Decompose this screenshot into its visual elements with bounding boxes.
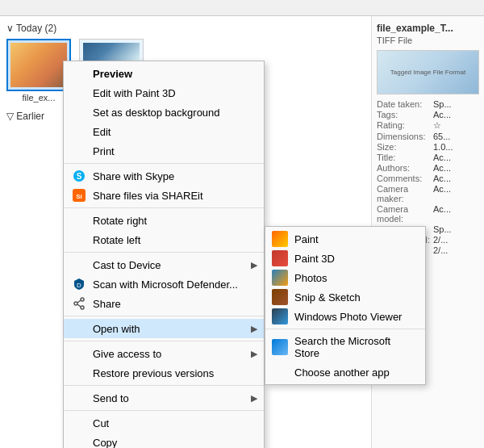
submenu-item-paint[interactable]: Paint xyxy=(265,229,425,249)
menu-item-share-skype[interactable]: SShare with Skype xyxy=(64,166,264,186)
menu-item-edit[interactable]: Edit xyxy=(64,122,264,141)
menu-item-scan[interactable]: DScan with Microsoft Defender... xyxy=(64,274,264,294)
defender-icon: D xyxy=(72,277,86,291)
paint-app-icon xyxy=(272,231,288,247)
menu-item-label: Send to xyxy=(93,392,129,404)
right-panel-subtitle: TIFF File xyxy=(377,36,479,45)
menu-item-label: Share with Skype xyxy=(93,170,174,182)
menu-item-edit-paint3d[interactable]: Edit with Paint 3D xyxy=(64,83,264,103)
submenu-item-label: Search the Microsoft Store xyxy=(294,335,415,359)
menu-item-label: Preview xyxy=(93,68,132,80)
menu-item-label: Set as desktop background xyxy=(93,107,220,119)
meta-row: Authors:Ac... xyxy=(377,163,479,173)
file-label-1: file_ex... xyxy=(6,93,71,103)
meta-key: Camera maker: xyxy=(377,184,433,203)
svg-point-5 xyxy=(81,298,84,301)
submenu-item-store[interactable]: Search the Microsoft Store xyxy=(265,332,425,362)
menu-item-cast[interactable]: Cast to Device▶ xyxy=(64,255,264,274)
svg-rect-11 xyxy=(272,250,288,266)
menu-item-share[interactable]: Share xyxy=(64,294,264,313)
right-panel-title: file_example_T... xyxy=(377,23,479,34)
menu-item-rotate-right[interactable]: Rotate right xyxy=(64,211,264,230)
submenu-item-photos[interactable]: Photos xyxy=(265,268,425,287)
snip-app-icon xyxy=(272,289,288,305)
meta-val: Ac... xyxy=(433,204,451,224)
menu-item-rotate-left[interactable]: Rotate left xyxy=(64,230,264,249)
meta-row: Camera maker:Ac... xyxy=(377,184,479,203)
meta-val: Ac... xyxy=(433,110,451,119)
thumb-label: Tagged Image File Format xyxy=(389,67,467,77)
menu-item-preview[interactable]: Preview xyxy=(64,64,264,83)
menu-divider xyxy=(64,252,264,253)
file-item-1[interactable]: file_ex... xyxy=(6,39,71,103)
submenu-item-snip[interactable]: Snip & Sketch xyxy=(265,287,425,307)
meta-val: 2/... xyxy=(433,235,448,245)
menu-item-share-shareit[interactable]: SiShare files via SHAREit xyxy=(64,186,264,205)
menu-item-label: Edit with Paint 3D xyxy=(93,87,176,99)
menu-item-give-access[interactable]: Give access to▶ xyxy=(64,344,264,363)
menu-item-label: Cut xyxy=(93,417,109,429)
photoviewer-app-icon xyxy=(272,308,288,324)
menu-item-label: Open with xyxy=(93,323,140,335)
svg-text:D: D xyxy=(77,282,81,289)
submenu-item-label: Paint 3D xyxy=(294,253,335,265)
submenu-arrow-icon: ▶ xyxy=(251,324,257,334)
meta-val: 2/... xyxy=(433,245,448,265)
menu-item-label: Edit xyxy=(93,126,111,138)
meta-val: Ac... xyxy=(433,174,451,183)
menu-item-label: Share files via SHAREit xyxy=(93,190,203,202)
svg-rect-12 xyxy=(272,270,288,286)
shareit-icon: Si xyxy=(72,188,86,203)
svg-rect-10 xyxy=(272,231,288,247)
meta-row: Tags:Ac... xyxy=(377,110,479,119)
svg-rect-14 xyxy=(272,308,288,324)
menu-item-cut[interactable]: Cut xyxy=(64,413,264,433)
menu-divider xyxy=(64,385,264,386)
menu-item-label: Scan with Microsoft Defender... xyxy=(93,278,238,291)
svg-rect-13 xyxy=(272,289,288,305)
menu-divider xyxy=(64,207,264,208)
svg-rect-15 xyxy=(272,339,288,355)
right-panel-thumbnail: Tagged Image File Format xyxy=(377,50,479,94)
menu-item-label: Print xyxy=(93,145,115,157)
meta-key: Dimensions: xyxy=(377,132,433,141)
svg-line-9 xyxy=(77,304,81,307)
meta-row: Dimensions:65... xyxy=(377,132,479,141)
svg-text:Si: Si xyxy=(76,193,82,200)
menu-item-set-desktop[interactable]: Set as desktop background xyxy=(64,103,264,122)
context-menu: PreviewEdit with Paint 3DSet as desktop … xyxy=(63,61,265,448)
menu-item-label: Copy xyxy=(93,437,117,449)
submenu-item-photo-viewer[interactable]: Windows Photo Viewer xyxy=(265,307,425,326)
menu-item-restore[interactable]: Restore previous versions xyxy=(64,363,264,383)
svg-point-7 xyxy=(74,302,77,305)
meta-key: Title: xyxy=(377,153,433,162)
menu-item-copy[interactable]: Copy xyxy=(64,433,264,448)
meta-val: Ac... xyxy=(433,163,451,173)
svg-point-6 xyxy=(81,306,84,309)
submenu-item-paint3d[interactable]: Paint 3D xyxy=(265,249,425,268)
submenu-item-label: Paint xyxy=(294,233,319,245)
submenu-arrow-icon: ▶ xyxy=(251,393,257,404)
svg-text:S: S xyxy=(77,172,82,181)
photos-app-icon xyxy=(272,270,288,286)
menu-divider xyxy=(64,163,264,164)
meta-val: Sp... xyxy=(433,224,452,234)
meta-key: Rating: xyxy=(377,120,433,131)
menu-item-print[interactable]: Print xyxy=(64,141,264,161)
menu-item-label: Rotate right xyxy=(93,215,147,227)
menu-item-label: Give access to xyxy=(93,348,161,360)
menu-item-send-to[interactable]: Send to▶ xyxy=(64,388,264,408)
meta-key: Comments: xyxy=(377,174,433,183)
meta-key: Camera model: xyxy=(377,204,433,224)
menu-item-label: Rotate left xyxy=(93,234,140,246)
file-image-1 xyxy=(10,43,67,87)
meta-val: Sp... xyxy=(433,99,452,109)
meta-row: Title:Ac... xyxy=(377,153,479,162)
submenu-item-choose[interactable]: Choose another app xyxy=(265,362,425,382)
share-icon xyxy=(72,296,86,311)
meta-val: Ac... xyxy=(433,184,451,203)
menu-item-label: Cast to Device xyxy=(93,259,161,271)
menu-item-open-with[interactable]: Open with▶ xyxy=(64,319,264,338)
submenu-item-label: Snip & Sketch xyxy=(294,291,361,304)
meta-key: Size: xyxy=(377,142,433,152)
